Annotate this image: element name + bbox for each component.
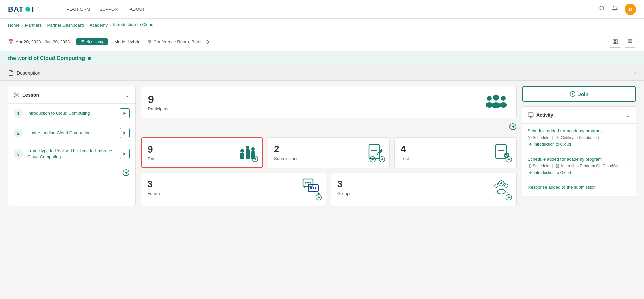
lessons-chevron[interactable]: ⌄: [125, 91, 130, 99]
svg-point-88: [529, 137, 530, 138]
logo-circle: [25, 7, 30, 12]
activity-header: Activity ⌄: [522, 107, 636, 124]
list-view-button[interactable]: [624, 36, 636, 48]
nav-about[interactable]: ABOUT: [130, 7, 145, 12]
play-icon-2: [123, 131, 127, 135]
svg-line-20: [17, 96, 19, 97]
rank-arrow[interactable]: [252, 158, 258, 163]
description-bar[interactable]: Description ›: [0, 65, 644, 81]
nav-platform[interactable]: PLATFORM: [67, 7, 90, 12]
svg-rect-97: [558, 165, 559, 166]
lessons-header-left: Lesson: [14, 92, 39, 98]
breadcrumb-home[interactable]: Home: [8, 23, 20, 28]
forum-arrow[interactable]: [315, 196, 322, 202]
monitor-icon: [528, 112, 534, 118]
center-panel: 9 Participant: [141, 86, 517, 206]
date-range: 📅 Apr 20, 2023 - Jun 30, 2023: [8, 39, 70, 44]
x-icon-1: [528, 142, 532, 147]
participant-arrow[interactable]: [509, 123, 517, 131]
search-button[interactable]: [599, 5, 605, 13]
submission-add[interactable]: [369, 158, 377, 164]
activity-internship-label-2: Internship Program On CloudSpace: [561, 164, 625, 168]
breadcrumb-academy[interactable]: Academy: [90, 23, 108, 28]
lesson-item-2: 2 Understanding Cloud Computing: [8, 123, 135, 143]
stats-grid: 9 Rank: [141, 137, 517, 168]
svg-rect-89: [556, 136, 558, 138]
breadcrumb-current[interactable]: Introduction to Cloud: [113, 22, 153, 28]
lesson-title-3[interactable]: From Hype to Reality: The Time to Embrac…: [27, 148, 116, 160]
logo-text2: I: [32, 5, 34, 14]
bootcamp-badge: Bootcamp: [76, 38, 108, 45]
svg-point-31: [487, 96, 492, 101]
svg-point-32: [486, 102, 493, 108]
svg-rect-99: [558, 166, 559, 168]
group-svg-icon: [492, 178, 511, 195]
activity-link-1[interactable]: Introduction to Cloud: [534, 142, 571, 147]
activity-title-2[interactable]: Schedule added for academy program: [528, 157, 630, 162]
breadcrumb-partner-dashboard[interactable]: Partner Dashboard: [47, 23, 84, 28]
svg-point-39: [246, 146, 249, 149]
activity-title-3[interactable]: Response added to the submission: [528, 185, 630, 190]
svg-rect-36: [246, 150, 250, 159]
avatar[interactable]: U: [625, 4, 636, 15]
lessons-more-arrow[interactable]: [122, 169, 130, 178]
svg-rect-14: [628, 40, 632, 41]
activity-meta-schedule-2: Schedule: [528, 164, 549, 168]
participant-count: 9: [148, 93, 168, 106]
participant-icon-area: [486, 94, 509, 111]
join-button[interactable]: Join: [522, 86, 636, 102]
arrow-right-circle-participant: [509, 123, 517, 130]
grid-icon: [612, 39, 618, 44]
group-arrow[interactable]: [505, 196, 512, 202]
nav-divider: [56, 6, 56, 13]
course-banner: the world of Cloud Computing: [0, 51, 644, 65]
svg-line-78: [505, 192, 508, 192]
location: Conference Room, Batoi HQ: [147, 39, 209, 44]
lesson-play-3[interactable]: [120, 149, 130, 159]
participant-info: 9 Participant: [148, 93, 168, 111]
arrow-circle-forum: [315, 194, 322, 201]
lesson-title-1[interactable]: Introduction to Cloud Computing: [27, 110, 116, 116]
arrow-circle-test: [505, 156, 512, 163]
activity-meta-2: Schedule | Internship Program On CloudSp…: [528, 164, 630, 168]
lesson-play-1[interactable]: [120, 108, 130, 118]
svg-point-17: [14, 93, 16, 94]
participant-card: 9 Participant: [141, 86, 517, 118]
activity-link-area-1: Introduction to Cloud: [528, 142, 630, 147]
breadcrumb-sep-4: ›: [110, 23, 111, 28]
activity-title-1[interactable]: Schedule added for academy program: [528, 128, 630, 133]
svg-point-71: [500, 182, 502, 184]
svg-line-74: [496, 183, 499, 184]
activity-link-2[interactable]: Introduction to Cloud: [534, 170, 571, 175]
search-icon: [599, 5, 605, 11]
activity-item-1: Schedule added for academy program Sched…: [522, 124, 636, 152]
svg-point-38: [240, 149, 244, 153]
svg-rect-96: [556, 165, 558, 166]
svg-point-66: [313, 187, 314, 189]
nav-links: PLATFORM SUPPORT ABOUT: [67, 7, 145, 12]
breadcrumb-partners[interactable]: Partners: [25, 23, 42, 28]
join-icon: [570, 91, 576, 97]
activity-chevron[interactable]: ⌄: [625, 111, 630, 119]
svg-rect-10: [613, 40, 615, 41]
activity-schedule-label-2: Schedule: [533, 164, 549, 168]
svg-rect-11: [615, 40, 617, 41]
bootcamp-label: Bootcamp: [86, 39, 104, 44]
grid-view-button[interactable]: [609, 36, 621, 48]
svg-rect-84: [528, 113, 533, 116]
participant-footer: [141, 123, 517, 133]
notifications-button[interactable]: [612, 5, 618, 13]
lessons-panel: Lesson ⌄ 1 Introduction to Cloud Computi…: [8, 86, 136, 206]
forum-icon: [302, 178, 321, 196]
stat-footer-submission: [369, 156, 385, 164]
submission-arrow[interactable]: [379, 158, 385, 164]
nav-support[interactable]: SUPPORT: [100, 7, 121, 12]
lesson-title-2[interactable]: Understanding Cloud Computing: [27, 130, 116, 136]
test-arrow[interactable]: [505, 158, 512, 164]
lesson-play-2[interactable]: [120, 128, 130, 138]
lesson-num-3: 3: [14, 149, 23, 159]
logo-trademark: ™: [36, 6, 40, 10]
header-right: U: [599, 4, 636, 15]
svg-rect-35: [240, 153, 244, 159]
lessons-footer: [8, 165, 135, 182]
